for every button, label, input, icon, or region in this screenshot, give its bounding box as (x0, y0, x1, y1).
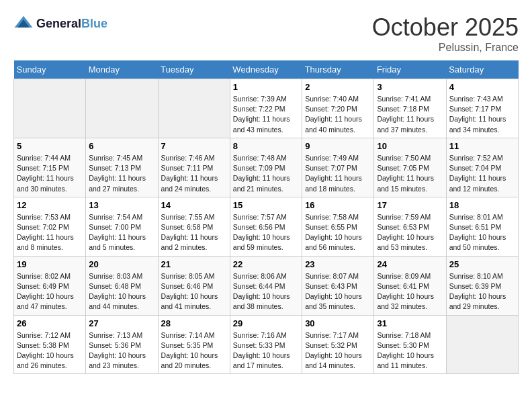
day-info: Sunrise: 8:01 AM Sunset: 6:51 PM Dayligh… (449, 212, 515, 253)
day-info: Sunrise: 7:57 AM Sunset: 6:56 PM Dayligh… (233, 212, 299, 253)
day-info: Sunrise: 8:10 AM Sunset: 6:39 PM Dayligh… (449, 271, 515, 312)
day-info: Sunrise: 7:48 AM Sunset: 7:09 PM Dayligh… (233, 153, 299, 194)
day-info: Sunrise: 7:13 AM Sunset: 5:36 PM Dayligh… (89, 330, 154, 371)
calendar-cell: 4Sunrise: 7:43 AM Sunset: 7:17 PM Daylig… (446, 79, 518, 138)
calendar-cell: 5Sunrise: 7:44 AM Sunset: 7:15 PM Daylig… (14, 138, 86, 197)
day-number: 24 (377, 259, 443, 269)
day-number: 6 (89, 141, 154, 151)
day-info: Sunrise: 7:16 AM Sunset: 5:33 PM Dayligh… (233, 330, 299, 371)
calendar-cell (14, 79, 86, 138)
day-number: 13 (89, 200, 154, 210)
logo: GeneralBlue (13, 13, 107, 34)
calendar-cell: 7Sunrise: 7:46 AM Sunset: 7:11 PM Daylig… (158, 138, 230, 197)
day-info: Sunrise: 8:07 AM Sunset: 6:43 PM Dayligh… (305, 271, 371, 312)
day-number: 15 (233, 200, 299, 210)
weekday-header: Thursday (302, 60, 374, 79)
day-number: 17 (377, 200, 443, 210)
day-number: 11 (449, 141, 515, 151)
calendar-cell: 28Sunrise: 7:14 AM Sunset: 5:35 PM Dayli… (158, 315, 230, 374)
weekday-header: Saturday (446, 60, 518, 79)
calendar-cell (158, 79, 230, 138)
logo-text: GeneralBlue (36, 17, 107, 31)
calendar-cell: 22Sunrise: 8:06 AM Sunset: 6:44 PM Dayli… (230, 256, 302, 315)
day-info: Sunrise: 8:05 AM Sunset: 6:46 PM Dayligh… (161, 271, 227, 312)
calendar-cell: 10Sunrise: 7:50 AM Sunset: 7:05 PM Dayli… (374, 138, 446, 197)
calendar-cell: 29Sunrise: 7:16 AM Sunset: 5:33 PM Dayli… (230, 315, 302, 374)
day-info: Sunrise: 7:40 AM Sunset: 7:20 PM Dayligh… (305, 94, 371, 135)
calendar-cell: 18Sunrise: 8:01 AM Sunset: 6:51 PM Dayli… (446, 197, 518, 256)
calendar-cell: 3Sunrise: 7:41 AM Sunset: 7:18 PM Daylig… (374, 79, 446, 138)
day-number: 28 (161, 318, 227, 328)
logo-icon (13, 13, 34, 34)
weekday-header: Friday (374, 60, 446, 79)
calendar-header: SundayMondayTuesdayWednesdayThursdayFrid… (14, 60, 519, 79)
day-number: 5 (17, 141, 83, 151)
weekday-header: Wednesday (230, 60, 302, 79)
day-number: 9 (305, 141, 371, 151)
calendar-cell: 23Sunrise: 8:07 AM Sunset: 6:43 PM Dayli… (302, 256, 374, 315)
day-number: 21 (161, 259, 227, 269)
calendar-cell: 17Sunrise: 7:59 AM Sunset: 6:53 PM Dayli… (374, 197, 446, 256)
day-info: Sunrise: 7:54 AM Sunset: 7:00 PM Dayligh… (89, 212, 154, 253)
day-number: 19 (17, 259, 83, 269)
day-number: 20 (89, 259, 154, 269)
day-info: Sunrise: 7:12 AM Sunset: 5:38 PM Dayligh… (17, 330, 83, 371)
day-number: 14 (161, 200, 227, 210)
calendar-cell: 13Sunrise: 7:54 AM Sunset: 7:00 PM Dayli… (86, 197, 158, 256)
calendar-cell (86, 79, 158, 138)
day-number: 4 (449, 82, 515, 92)
day-info: Sunrise: 7:46 AM Sunset: 7:11 PM Dayligh… (161, 153, 227, 194)
day-info: Sunrise: 7:58 AM Sunset: 6:55 PM Dayligh… (305, 212, 371, 253)
calendar-cell: 20Sunrise: 8:03 AM Sunset: 6:48 PM Dayli… (86, 256, 158, 315)
day-info: Sunrise: 8:09 AM Sunset: 6:41 PM Dayligh… (377, 271, 443, 312)
day-info: Sunrise: 7:45 AM Sunset: 7:13 PM Dayligh… (89, 153, 154, 194)
day-info: Sunrise: 8:03 AM Sunset: 6:48 PM Dayligh… (89, 271, 154, 312)
day-number: 12 (17, 200, 83, 210)
month-title: October 2025 (372, 13, 519, 42)
location: Pelussin, France (372, 42, 519, 54)
day-number: 30 (305, 318, 371, 328)
calendar-cell: 30Sunrise: 7:17 AM Sunset: 5:32 PM Dayli… (302, 315, 374, 374)
calendar-cell: 25Sunrise: 8:10 AM Sunset: 6:39 PM Dayli… (446, 256, 518, 315)
day-info: Sunrise: 7:18 AM Sunset: 5:30 PM Dayligh… (377, 330, 443, 371)
day-info: Sunrise: 7:59 AM Sunset: 6:53 PM Dayligh… (377, 212, 443, 253)
day-number: 26 (17, 318, 83, 328)
day-info: Sunrise: 7:50 AM Sunset: 7:05 PM Dayligh… (377, 153, 443, 194)
calendar-cell: 11Sunrise: 7:52 AM Sunset: 7:04 PM Dayli… (446, 138, 518, 197)
day-number: 31 (377, 318, 443, 328)
day-number: 27 (89, 318, 154, 328)
weekday-header: Sunday (14, 60, 86, 79)
day-info: Sunrise: 7:39 AM Sunset: 7:22 PM Dayligh… (233, 94, 299, 135)
calendar-body: 1Sunrise: 7:39 AM Sunset: 7:22 PM Daylig… (14, 79, 519, 374)
day-info: Sunrise: 8:06 AM Sunset: 6:44 PM Dayligh… (233, 271, 299, 312)
page-header: GeneralBlue October 2025 Pelussin, Franc… (13, 13, 519, 54)
day-info: Sunrise: 7:55 AM Sunset: 6:58 PM Dayligh… (161, 212, 227, 253)
calendar-cell: 31Sunrise: 7:18 AM Sunset: 5:30 PM Dayli… (374, 315, 446, 374)
day-number: 1 (233, 82, 299, 92)
calendar-cell: 1Sunrise: 7:39 AM Sunset: 7:22 PM Daylig… (230, 79, 302, 138)
calendar-cell: 15Sunrise: 7:57 AM Sunset: 6:56 PM Dayli… (230, 197, 302, 256)
calendar-cell: 24Sunrise: 8:09 AM Sunset: 6:41 PM Dayli… (374, 256, 446, 315)
day-info: Sunrise: 7:41 AM Sunset: 7:18 PM Dayligh… (377, 94, 443, 135)
day-number: 16 (305, 200, 371, 210)
calendar-cell: 14Sunrise: 7:55 AM Sunset: 6:58 PM Dayli… (158, 197, 230, 256)
calendar-table: SundayMondayTuesdayWednesdayThursdayFrid… (13, 60, 519, 374)
day-number: 25 (449, 259, 515, 269)
weekday-header: Monday (86, 60, 158, 79)
day-info: Sunrise: 7:44 AM Sunset: 7:15 PM Dayligh… (17, 153, 83, 194)
day-number: 18 (449, 200, 515, 210)
day-number: 3 (377, 82, 443, 92)
day-info: Sunrise: 7:14 AM Sunset: 5:35 PM Dayligh… (161, 330, 227, 371)
calendar-cell: 9Sunrise: 7:49 AM Sunset: 7:07 PM Daylig… (302, 138, 374, 197)
day-number: 8 (233, 141, 299, 151)
calendar-cell: 2Sunrise: 7:40 AM Sunset: 7:20 PM Daylig… (302, 79, 374, 138)
day-info: Sunrise: 7:53 AM Sunset: 7:02 PM Dayligh… (17, 212, 83, 253)
calendar-cell: 12Sunrise: 7:53 AM Sunset: 7:02 PM Dayli… (14, 197, 86, 256)
day-number: 29 (233, 318, 299, 328)
day-number: 22 (233, 259, 299, 269)
title-block: October 2025 Pelussin, France (372, 13, 519, 54)
day-number: 23 (305, 259, 371, 269)
day-info: Sunrise: 7:52 AM Sunset: 7:04 PM Dayligh… (449, 153, 515, 194)
day-info: Sunrise: 8:02 AM Sunset: 6:49 PM Dayligh… (17, 271, 83, 312)
calendar-cell: 27Sunrise: 7:13 AM Sunset: 5:36 PM Dayli… (86, 315, 158, 374)
